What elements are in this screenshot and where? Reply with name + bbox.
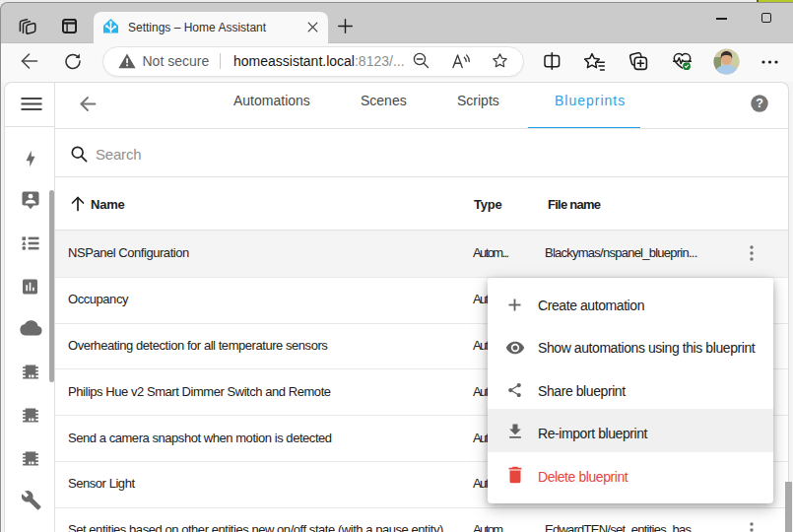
svg-text:?: ? [756, 97, 763, 110]
